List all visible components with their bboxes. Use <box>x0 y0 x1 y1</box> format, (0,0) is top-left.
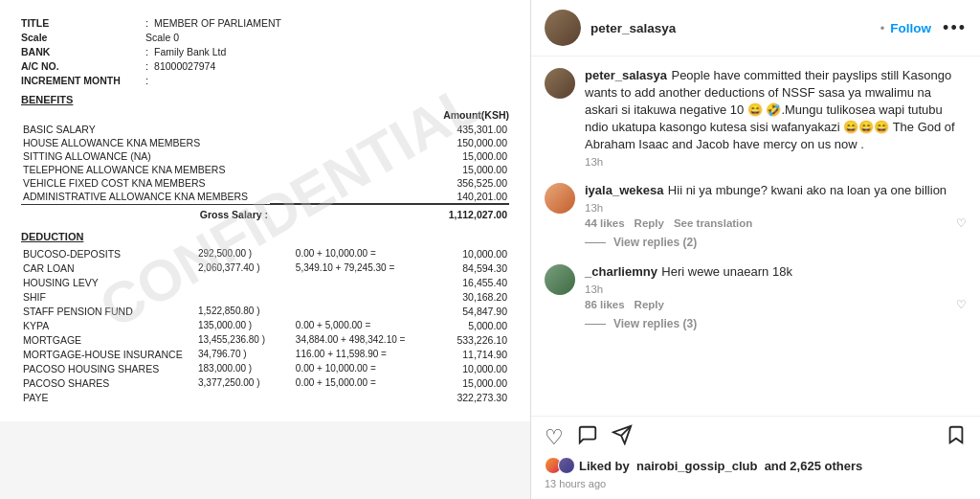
benefit-amount: 140,201.00 <box>270 190 509 204</box>
benefit-row: ADMINISTRATIVE ALLOWANCE KNA MEMBERS140,… <box>21 190 509 204</box>
benefit-amount: 15,000.00 <box>270 163 509 176</box>
payslip-document: TITLE : MEMBER OF PARLIAMENT Scale Scale… <box>0 0 530 421</box>
deduction-col2: 3,377,250.00 ) <box>196 375 294 390</box>
deduction-name: PACOSO HOUSING SHARES <box>21 361 196 375</box>
comment-icon[interactable] <box>577 424 598 451</box>
benefit-row: BASIC SALARY435,301.00 <box>21 123 509 136</box>
deduction-amount: 11,714.90 <box>437 347 509 361</box>
scale-label: Scale <box>21 32 145 43</box>
deduction-col2: 1,522,850.80 ) <box>196 304 294 318</box>
comment-1-reply-button[interactable]: Reply <box>635 217 664 229</box>
deduction-col3 <box>294 304 437 318</box>
follow-button[interactable]: Follow <box>890 21 931 35</box>
benefit-name: HOUSE ALLOWANCE KNA MEMBERS <box>21 136 270 149</box>
deduction-col2: 135,000.00 ) <box>196 318 294 332</box>
payslip-panel: TITLE : MEMBER OF PARLIAMENT Scale Scale… <box>0 0 531 499</box>
deduction-col3: 0.00 + 5,000.00 = <box>294 318 437 332</box>
deduction-amount: 54,847.90 <box>437 304 509 318</box>
comment-1-translate-button[interactable]: See translation <box>674 217 752 229</box>
comment-2-view-replies-label: View replies (3) <box>613 317 697 330</box>
likes-avatar-2 <box>558 457 575 474</box>
benefit-row: TELEPHONE ALLOWANCE KNA MEMBERS15,000.00 <box>21 163 509 176</box>
comment-2: _charliemny Heri wewe unaearn 18k 13h 86… <box>545 262 967 330</box>
benefit-name: BASIC SALARY <box>21 123 270 136</box>
deduction-name: MORTGAGE <box>21 332 196 347</box>
share-icon[interactable] <box>612 424 633 451</box>
avatar <box>545 10 581 46</box>
post-time-ago: 13 hours ago <box>531 478 980 499</box>
like-icon[interactable]: ♡ <box>545 425 564 450</box>
instagram-panel: peter_salasya • Follow ••• peter_salasya… <box>531 0 980 499</box>
more-options-icon[interactable]: ••• <box>943 18 967 38</box>
comments-section: peter_salasya People have committed thei… <box>531 57 980 416</box>
deduction-row: MORTGAGE 13,455,236.80 ) 34,884.00 + 498… <box>21 332 509 347</box>
benefit-row: SITTING ALLOWANCE (NA)15,000.00 <box>21 149 509 163</box>
deduction-amount: 10,000.00 <box>437 246 509 261</box>
comment-1-view-replies[interactable]: View replies (2) <box>585 236 967 249</box>
gross-label: Gross Salary : <box>200 209 268 220</box>
comment-1-heart-icon[interactable]: ♡ <box>956 216 967 230</box>
deduction-amount: 322,273.30 <box>437 390 509 404</box>
ig-username: peter_salasya <box>590 21 875 35</box>
deduction-row: CAR LOAN 2,060,377.40 ) 5,349.10 + 79,24… <box>21 261 509 275</box>
comment-2-reply-button[interactable]: Reply <box>635 299 664 310</box>
deduction-amount: 15,000.00 <box>437 375 509 390</box>
deduction-title: DEDUCTION <box>21 231 509 242</box>
deduction-name: BUCOSO-DEPOSITS <box>21 246 196 261</box>
comment-2-text: Heri wewe unaearn 18k <box>661 264 792 279</box>
deduction-amount: 16,455.40 <box>437 275 509 289</box>
gross-row: Gross Salary : 1,112,027.00 <box>21 204 509 221</box>
benefit-amount: 435,301.00 <box>270 123 509 136</box>
benefit-name: TELEPHONE ALLOWANCE KNA MEMBERS <box>21 163 270 176</box>
scale-value: Scale 0 <box>145 32 179 43</box>
comment-2-body: _charliemny Heri wewe unaearn 18k 13h 86… <box>585 262 967 330</box>
comment-1-view-replies-label: View replies (2) <box>613 236 697 249</box>
comment-1-avatar <box>545 183 575 214</box>
benefit-amount: 356,525.00 <box>270 176 509 190</box>
dot-separator: • <box>880 21 885 35</box>
acno-value: 81000027974 <box>154 60 215 72</box>
comment-1-text: Hii ni ya mbunge? kwani ako na loan ya o… <box>668 183 947 197</box>
liked-username[interactable]: nairobi_gossip_club <box>636 459 757 473</box>
liked-others: and 2,625 others <box>765 459 863 473</box>
deduction-amount: 5,000.00 <box>437 318 509 332</box>
deduction-col2: 2,060,377.40 ) <box>196 261 294 275</box>
deduction-col3 <box>294 390 437 404</box>
deduction-col3: 0.00 + 10,000.00 = <box>294 361 437 375</box>
benefit-row: HOUSE ALLOWANCE KNA MEMBERS150,000.00 <box>21 136 509 149</box>
bookmark-icon[interactable] <box>946 424 967 451</box>
view-replies-line-2 <box>585 324 606 325</box>
benefit-amount: 150,000.00 <box>270 136 509 149</box>
deduction-col2 <box>196 289 294 304</box>
deduction-col3: 34,884.00 + 498,342.10 = <box>294 332 437 347</box>
deduction-col2: 13,455,236.80 ) <box>196 332 294 347</box>
deduction-row: PACOSO HOUSING SHARES 183,000.00 ) 0.00 … <box>21 361 509 375</box>
deduction-name: MORTGAGE-HOUSE INSURANCE <box>21 347 196 361</box>
amount-header: Amount(KSH) <box>21 109 509 121</box>
comment-1-time: 13h <box>585 202 967 214</box>
deduction-name: SHIF <box>21 289 196 304</box>
action-bar: ♡ <box>531 416 980 455</box>
main-comment-username: peter_salasya <box>585 68 667 82</box>
comment-2-view-replies[interactable]: View replies (3) <box>585 317 967 330</box>
deduction-row: PAYE 322,273.30 <box>21 390 509 404</box>
deduction-name: CAR LOAN <box>21 261 196 275</box>
deduction-amount: 10,000.00 <box>437 361 509 375</box>
comment-1-likes: 44 likes <box>585 217 625 229</box>
deduction-amount: 84,594.30 <box>437 261 509 275</box>
benefits-title: BENEFITS <box>21 94 509 105</box>
comment-2-actions: 86 likes Reply ♡ <box>585 298 967 311</box>
increment-label: INCREMENT MONTH <box>21 75 145 86</box>
comment-2-heart-icon[interactable]: ♡ <box>956 298 967 311</box>
benefits-table: BASIC SALARY435,301.00HOUSE ALLOWANCE KN… <box>21 123 509 221</box>
benefit-name: ADMINISTRATIVE ALLOWANCE KNA MEMBERS <box>21 190 270 204</box>
benefit-name: VEHICLE FIXED COST KNA MEMBERS <box>21 176 270 190</box>
deduction-col2: 34,796.70 ) <box>196 347 294 361</box>
deduction-col2: 183,000.00 ) <box>196 361 294 375</box>
deduction-col2: 292,500.00 ) <box>196 246 294 261</box>
deductions-table: BUCOSO-DEPOSITS 292,500.00 ) 0.00 + 10,0… <box>21 246 509 404</box>
comment-2-username: _charliemny <box>585 264 657 279</box>
benefit-amount: 15,000.00 <box>270 149 509 163</box>
main-comment-time: 13h <box>585 156 967 168</box>
title-value: MEMBER OF PARLIAMENT <box>154 17 281 29</box>
